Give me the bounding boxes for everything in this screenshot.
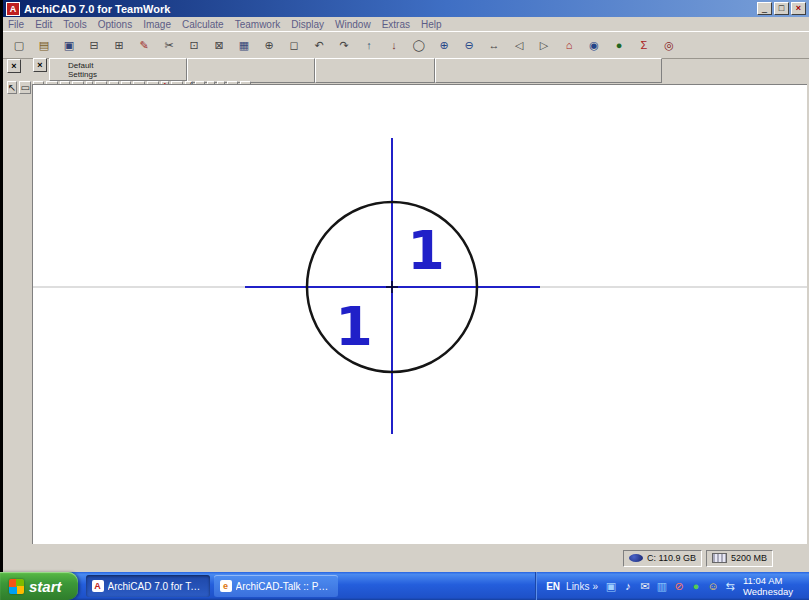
taskbar: start AArchiCAD 7.0 for Te...eArchiCAD-T… [0, 572, 809, 600]
menu-item-edit[interactable]: Edit [35, 19, 52, 30]
task-buttons: AArchiCAD 7.0 for Te...eArchiCAD-Talk ::… [86, 575, 342, 597]
pickup-parameters-icon[interactable]: ↑ [359, 36, 379, 55]
memory-indicator: 5200 MB [706, 550, 773, 567]
markup-pen-icon[interactable]: ✎ [134, 36, 154, 55]
menu-item-image[interactable]: Image [143, 19, 171, 30]
infobox-label-line1: Default [68, 61, 186, 70]
menu-item-tools[interactable]: Tools [63, 19, 86, 30]
marker-number-bottom-left: 1 [335, 295, 373, 358]
marker-number-top-right: 1 [407, 219, 445, 282]
minimize-button[interactable]: _ [757, 2, 772, 15]
main-toolbar: ▢▤▣⊟⊞✎✂⊡⊠▦⊕◻↶↷↑↓◯⊕⊖↔◁▷⌂◉●Σ◎ [3, 31, 809, 59]
zoom-out-icon[interactable]: ⊖ [459, 36, 479, 55]
undo-icon[interactable]: ↶ [309, 36, 329, 55]
menu-item-extras[interactable]: Extras [382, 19, 410, 30]
app-status-bar: C: 110.9 GB 5200 MB [3, 544, 809, 572]
3d-view-icon[interactable]: ⌂ [559, 36, 579, 55]
pan-icon[interactable]: ↔ [484, 36, 504, 55]
app-icon: A [6, 2, 20, 16]
memory-icon [712, 553, 727, 563]
save-icon[interactable]: ▣ [59, 36, 79, 55]
suspend-groups-icon[interactable]: ◻ [284, 36, 304, 55]
clock[interactable]: 11:04 AM Wednesday [743, 575, 803, 597]
drawing-canvas[interactable]: 1 1 [32, 84, 807, 545]
graphics-tray-icon[interactable]: ▣ [604, 579, 618, 593]
open-icon[interactable]: ▤ [34, 36, 54, 55]
disk-icon [629, 554, 643, 562]
next-view-icon[interactable]: ▷ [534, 36, 554, 55]
update-icon[interactable]: ● [689, 579, 703, 593]
links-toolbar[interactable]: Links » [566, 581, 598, 592]
clock-time: 11:04 AM [743, 575, 799, 586]
links-label: Links [566, 581, 589, 592]
network-icon[interactable]: ⇆ [723, 579, 737, 593]
disk-space-indicator: C: 110.9 GB [623, 550, 702, 567]
drawing-cursor [386, 281, 398, 293]
calculate-icon[interactable]: Σ [634, 36, 654, 55]
fit-in-window-icon[interactable]: ◯ [409, 36, 429, 55]
maximize-button[interactable]: □ [774, 2, 789, 15]
menu-item-file[interactable]: File [8, 19, 24, 30]
previous-view-icon[interactable]: ◁ [509, 36, 529, 55]
volume-icon[interactable]: ♪ [621, 579, 635, 593]
taskbar-button-archicad-7-0-for-te[interactable]: AArchiCAD 7.0 for Te... [86, 575, 210, 597]
find-select-icon[interactable]: ◎ [659, 36, 679, 55]
info-panel-3 [315, 58, 435, 83]
title-bar[interactable]: A ArchiCAD 7.0 for TeamWork _ □ × [3, 0, 809, 17]
grid-snap-icon[interactable]: ▦ [234, 36, 254, 55]
smiley-icon[interactable]: ☺ [706, 579, 720, 593]
redo-icon[interactable]: ↷ [334, 36, 354, 55]
taskbar-button-label: ArchiCAD 7.0 for Te... [108, 581, 204, 592]
camera-icon[interactable]: ◉ [584, 36, 604, 55]
menu-item-display[interactable]: Display [291, 19, 324, 30]
print-icon[interactable]: ⊟ [84, 36, 104, 55]
taskbar-button-archicad-talk-po[interactable]: eArchiCAD-Talk :: Po... [214, 575, 338, 597]
menu-item-teamwork[interactable]: Teamwork [235, 19, 281, 30]
browser-icon: e [220, 580, 232, 592]
plot-icon[interactable]: ⊞ [109, 36, 129, 55]
display-icon[interactable]: ▥ [655, 579, 669, 593]
clock-day: Wednesday [743, 586, 799, 597]
window-title: ArchiCAD 7.0 for TeamWork [24, 3, 757, 15]
antivirus-icon[interactable]: ⊘ [672, 579, 686, 593]
paste-icon[interactable]: ⊠ [209, 36, 229, 55]
mail-icon[interactable]: ✉ [638, 579, 652, 593]
memory-label: 5200 MB [731, 553, 767, 563]
language-indicator[interactable]: EN [546, 581, 560, 592]
archicad-icon: A [92, 580, 104, 592]
infobox-close-button[interactable]: × [33, 58, 47, 72]
disk-space-label: C: 110.9 GB [647, 553, 696, 563]
menu-item-window[interactable]: Window [335, 19, 371, 30]
gravity-icon[interactable]: ⊕ [259, 36, 279, 55]
taskbar-button-label: ArchiCAD-Talk :: Po... [236, 581, 332, 592]
start-button[interactable]: start [0, 572, 78, 600]
copy-icon[interactable]: ⊡ [184, 36, 204, 55]
window-controls: _ □ × [757, 2, 806, 15]
chevron-icon: » [592, 581, 598, 592]
menu-item-options[interactable]: Options [98, 19, 132, 30]
new-icon[interactable]: ▢ [9, 36, 29, 55]
menu-item-calculate[interactable]: Calculate [182, 19, 224, 30]
info-panel-4 [435, 58, 662, 83]
cut-icon[interactable]: ✂ [159, 36, 179, 55]
start-button-label: start [29, 578, 62, 595]
screen: A ArchiCAD 7.0 for TeamWork _ □ × FileEd… [0, 0, 809, 600]
tray-icons: ▣♪✉▥⊘●☺⇆ [604, 579, 737, 593]
windows-logo-icon [9, 579, 24, 594]
marquee-tool[interactable]: ▭ [19, 81, 30, 94]
menu-item-help[interactable]: Help [421, 19, 442, 30]
zoom-in-icon[interactable]: ⊕ [434, 36, 454, 55]
menu-bar: FileEditToolsOptionsImageCalculateTeamwo… [3, 17, 809, 31]
tool-palette: × ↖▭▤◫⊞▣▮▬◻△▦↔A▨╱◠≈+▧◉ [5, 58, 32, 95]
close-button[interactable]: × [791, 2, 806, 15]
inject-parameters-icon[interactable]: ↓ [384, 36, 404, 55]
photorender-icon[interactable]: ● [609, 36, 629, 55]
toolbox-close-button[interactable]: × [7, 59, 21, 73]
arrow-tool[interactable]: ↖ [7, 81, 17, 94]
system-tray: EN Links » ▣♪✉▥⊘●☺⇆ 11:04 AM Wednesday [535, 572, 809, 600]
archicad-window: A ArchiCAD 7.0 for TeamWork _ □ × FileEd… [3, 0, 809, 572]
